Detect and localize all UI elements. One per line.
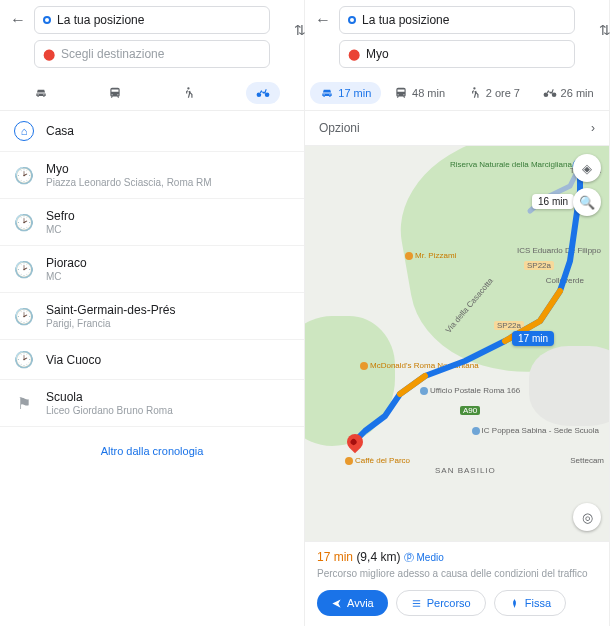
parking-badge: ⓟ Medio bbox=[404, 552, 444, 563]
suggestion-title: Via Cuoco bbox=[46, 353, 290, 367]
suggestion-list: ⌂ Casa 🕑 MyoPiazza Leonardo Sciascia, Ro… bbox=[0, 111, 304, 626]
suggestion-item[interactable]: 🕑 MyoPiazza Leonardo Sciascia, Roma RM bbox=[0, 152, 304, 199]
back-icon[interactable]: ← bbox=[313, 11, 333, 29]
route-summary: 17 min (9,4 km) ⓟ Medio Percorso miglior… bbox=[305, 541, 609, 626]
options-row[interactable]: Opzioni › bbox=[305, 111, 609, 146]
mode-walk[interactable] bbox=[172, 82, 206, 104]
summary-desc: Percorso migliore adesso a causa delle c… bbox=[317, 567, 597, 580]
back-icon[interactable]: ← bbox=[8, 11, 28, 29]
mode-transit[interactable] bbox=[98, 82, 132, 104]
alt-route-chip[interactable]: 16 min bbox=[532, 194, 574, 209]
clock-icon: 🕑 bbox=[14, 213, 34, 232]
right-panel: ← La tua posizione ⬤ Myo ⇅ 17 min 48 min… bbox=[305, 0, 610, 626]
origin-dot-icon bbox=[348, 16, 356, 24]
mode-car[interactable] bbox=[24, 82, 58, 104]
map[interactable]: Riserva Naturale della Marcigliana Tor L… bbox=[305, 146, 609, 541]
mode-tabs bbox=[0, 74, 304, 111]
chevron-right-icon: › bbox=[591, 121, 595, 135]
origin-value: La tua posizione bbox=[362, 13, 449, 27]
origin-dot-icon bbox=[43, 16, 51, 24]
destination-pin-icon: ⬤ bbox=[43, 48, 55, 61]
destination-value: Myo bbox=[366, 47, 389, 61]
suggestion-sub: Parigi, Francia bbox=[46, 318, 290, 329]
origin-input[interactable]: La tua posizione bbox=[34, 6, 270, 34]
summary-distance: (9,4 km) bbox=[356, 550, 400, 564]
destination-input[interactable]: ⬤ Scegli destinazione bbox=[34, 40, 270, 68]
mode-bike[interactable] bbox=[246, 82, 280, 104]
destination-pin-icon: ⬤ bbox=[348, 48, 360, 61]
locate-button[interactable]: ◎ bbox=[573, 503, 601, 531]
clock-icon: 🕑 bbox=[14, 350, 34, 369]
destination-input[interactable]: ⬤ Myo bbox=[339, 40, 575, 68]
mode-transit[interactable]: 48 min bbox=[384, 82, 455, 104]
clock-icon: 🕑 bbox=[14, 307, 34, 326]
swap-icon[interactable]: ⇅ bbox=[599, 22, 610, 38]
mode-walk[interactable]: 2 ore 7 bbox=[458, 82, 530, 104]
suggestion-title: Saint-Germain-des-Prés bbox=[46, 303, 290, 317]
suggestion-home[interactable]: ⌂ Casa bbox=[0, 111, 304, 152]
suggestion-school[interactable]: ⚑ ScuolaLiceo Giordano Bruno Roma bbox=[0, 380, 304, 427]
mode-car-time: 17 min bbox=[338, 87, 371, 99]
start-button[interactable]: Avvia bbox=[317, 590, 388, 616]
suggestion-sub: MC bbox=[46, 224, 290, 235]
origin-input[interactable]: La tua posizione bbox=[339, 6, 575, 34]
suggestion-item[interactable]: 🕑 PioracoMC bbox=[0, 246, 304, 293]
clock-icon: 🕑 bbox=[14, 166, 34, 185]
mode-tabs: 17 min 48 min 2 ore 7 26 min bbox=[305, 74, 609, 111]
suggestion-sub: Piazza Leonardo Sciascia, Roma RM bbox=[46, 177, 290, 188]
mode-bike[interactable]: 26 min bbox=[533, 82, 604, 104]
suggestion-title: Myo bbox=[46, 162, 290, 176]
clock-icon: 🕑 bbox=[14, 260, 34, 279]
layers-button[interactable]: ◈ bbox=[573, 154, 601, 182]
zoom-button[interactable]: 🔍 bbox=[573, 188, 601, 216]
left-panel: ← La tua posizione ⬤ Scegli destinazione… bbox=[0, 0, 305, 626]
summary-time: 17 min bbox=[317, 550, 353, 564]
more-history-link[interactable]: Altro dalla cronologia bbox=[0, 427, 304, 475]
suggestion-item[interactable]: 🕑 Via Cuoco bbox=[0, 340, 304, 380]
mode-bike-time: 26 min bbox=[561, 87, 594, 99]
suggestion-sub: Liceo Giordano Bruno Roma bbox=[46, 405, 290, 416]
suggestion-sub: MC bbox=[46, 271, 290, 282]
mode-car[interactable]: 17 min bbox=[310, 82, 381, 104]
home-icon: ⌂ bbox=[14, 121, 34, 141]
suggestion-title: Casa bbox=[46, 124, 290, 138]
main-route-chip[interactable]: 17 min bbox=[512, 331, 554, 346]
flag-icon: ⚑ bbox=[14, 394, 34, 413]
suggestion-item[interactable]: 🕑 Saint-Germain-des-PrésParigi, Francia bbox=[0, 293, 304, 340]
pin-button[interactable]: Fissa bbox=[494, 590, 566, 616]
origin-value: La tua posizione bbox=[57, 13, 144, 27]
suggestion-item[interactable]: 🕑 SefroMC bbox=[0, 199, 304, 246]
suggestion-title: Scuola bbox=[46, 390, 290, 404]
suggestion-title: Pioraco bbox=[46, 256, 290, 270]
mode-walk-time: 2 ore 7 bbox=[486, 87, 520, 99]
route-button[interactable]: Percorso bbox=[396, 590, 486, 616]
suggestion-title: Sefro bbox=[46, 209, 290, 223]
mode-transit-time: 48 min bbox=[412, 87, 445, 99]
destination-placeholder: Scegli destinazione bbox=[61, 47, 164, 61]
options-label: Opzioni bbox=[319, 121, 360, 135]
